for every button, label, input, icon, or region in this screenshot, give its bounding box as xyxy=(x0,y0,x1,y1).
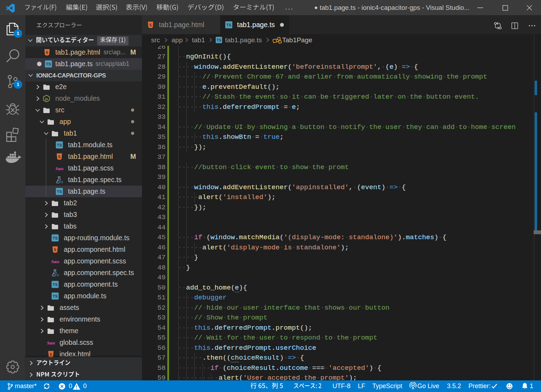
svg-text:5: 5 xyxy=(50,352,52,356)
svg-text:TS: TS xyxy=(55,273,59,277)
svg-text:TS: TS xyxy=(52,282,58,287)
svg-text:TS: TS xyxy=(52,236,58,240)
svg-text:js: js xyxy=(45,97,48,101)
svg-text:TS: TS xyxy=(52,294,58,298)
svg-text:TS: TS xyxy=(57,143,62,147)
svg-text:5: 5 xyxy=(54,248,56,252)
svg-text:Sass: Sass xyxy=(56,166,64,171)
svg-text:TS: TS xyxy=(217,38,221,42)
svg-text:5: 5 xyxy=(58,155,61,159)
svg-text:5: 5 xyxy=(149,23,152,27)
svg-text:TS: TS xyxy=(59,180,63,184)
svg-text:Sass: Sass xyxy=(47,341,55,346)
svg-text:TS: TS xyxy=(46,62,51,66)
svg-text:TS: TS xyxy=(226,23,231,27)
svg-text:TS: TS xyxy=(57,189,62,194)
svg-text:Sass: Sass xyxy=(51,259,60,264)
svg-text:5: 5 xyxy=(46,50,48,55)
